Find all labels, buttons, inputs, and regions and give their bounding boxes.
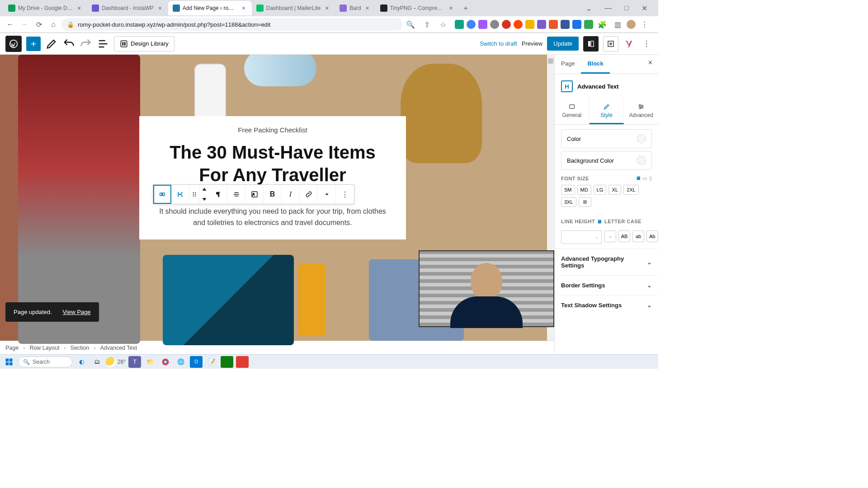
close-icon[interactable]: × bbox=[364, 5, 371, 12]
tab-tinypng[interactable]: TinyPNG – Compress WebP, PNG × bbox=[376, 1, 459, 15]
background-color-row[interactable]: Background Color bbox=[561, 151, 652, 170]
ext-icon[interactable] bbox=[514, 20, 523, 29]
extensions-icon[interactable]: 🧩 bbox=[596, 18, 609, 31]
select-parent-button[interactable] bbox=[153, 185, 171, 204]
redo-button[interactable] bbox=[80, 38, 92, 50]
text-color-row[interactable]: Color bbox=[561, 129, 652, 148]
update-button[interactable]: Update bbox=[547, 37, 579, 51]
accordion-shadow[interactable]: Text Shadow Settings ⌄ bbox=[555, 295, 658, 315]
edit-icon[interactable] bbox=[45, 38, 58, 50]
options-menu[interactable]: ⋮ bbox=[640, 38, 653, 50]
chrome-icon[interactable] bbox=[159, 356, 172, 368]
case-none[interactable]: - bbox=[604, 230, 616, 242]
home-button[interactable]: ⌂ bbox=[47, 18, 60, 31]
bookmark-icon[interactable]: ☆ bbox=[437, 18, 449, 31]
ext-icon[interactable] bbox=[537, 20, 546, 29]
subtab-advanced[interactable]: Advanced bbox=[624, 99, 658, 124]
size-xl[interactable]: XL bbox=[609, 185, 621, 195]
avatar[interactable] bbox=[627, 20, 636, 29]
kadence-panel-toggle[interactable] bbox=[603, 36, 618, 52]
bold-button[interactable]: B bbox=[264, 185, 282, 204]
align-button[interactable] bbox=[227, 185, 245, 204]
breadcrumb-item[interactable]: Row Layout bbox=[29, 345, 59, 351]
ext-icon[interactable] bbox=[502, 20, 511, 29]
breadcrumb-item[interactable]: Page bbox=[5, 345, 19, 351]
close-icon[interactable]: × bbox=[156, 5, 164, 12]
accordion-border[interactable]: Border Settings ⌄ bbox=[555, 275, 658, 295]
switch-to-draft-button[interactable]: Switch to draft bbox=[480, 40, 517, 47]
tab-page[interactable]: Page bbox=[555, 55, 581, 74]
link-button[interactable] bbox=[300, 185, 318, 204]
case-lower[interactable]: ab bbox=[632, 230, 644, 242]
size-2xl[interactable]: 2XL bbox=[623, 185, 639, 195]
mobile-icon[interactable]: ▯ bbox=[649, 175, 652, 181]
line-height-input[interactable]: - bbox=[561, 230, 602, 244]
notepad-icon[interactable]: 📝 bbox=[205, 356, 218, 368]
ext-icon[interactable] bbox=[525, 20, 534, 29]
edge-icon[interactable]: 🌐 bbox=[175, 356, 187, 368]
teams-icon[interactable]: T bbox=[128, 356, 141, 368]
ext-icon[interactable] bbox=[490, 20, 499, 29]
tab-wordpress[interactable]: Add New Page ‹ romy-pocket-d × bbox=[168, 1, 252, 15]
color-swatch[interactable] bbox=[637, 156, 646, 165]
ext-icon[interactable] bbox=[561, 20, 570, 29]
chevron-down-icon[interactable]: ⌄ bbox=[582, 2, 595, 14]
content-card[interactable]: Free Packing Checklist The 30 Must-Have … bbox=[139, 116, 406, 239]
case-upper[interactable]: AB bbox=[618, 230, 630, 242]
preview-button[interactable]: Preview bbox=[522, 40, 542, 47]
weather-widget[interactable]: 26° bbox=[106, 357, 126, 367]
ext-icon[interactable] bbox=[584, 20, 593, 29]
yoast-icon[interactable] bbox=[623, 38, 636, 50]
design-library-button[interactable]: Design Library bbox=[114, 36, 175, 52]
minimize-button[interactable]: — bbox=[601, 2, 615, 14]
breadcrumb-item[interactable]: Advanced Text bbox=[100, 345, 137, 351]
subtab-general[interactable]: General bbox=[555, 99, 590, 124]
reload-button[interactable]: ⟳ bbox=[33, 18, 45, 31]
forward-button[interactable]: → bbox=[18, 18, 31, 31]
tab-drive[interactable]: My Drive - Google Drive × bbox=[4, 1, 87, 15]
tablet-icon[interactable]: ▭ bbox=[642, 175, 647, 181]
taskbar-search[interactable]: 🔍 Search bbox=[18, 357, 72, 367]
eyebrow-text[interactable]: Free Packing Checklist bbox=[153, 126, 392, 134]
image-style-button[interactable] bbox=[245, 185, 264, 204]
undo-button[interactable] bbox=[62, 38, 75, 50]
close-icon[interactable]: × bbox=[240, 5, 247, 12]
copilot-icon[interactable]: ◐ bbox=[75, 356, 88, 368]
move-up-down[interactable] bbox=[199, 185, 209, 204]
camtasia-icon[interactable] bbox=[236, 356, 249, 368]
body-text[interactable]: It should include everything you need to… bbox=[153, 206, 392, 229]
add-block-button[interactable]: ＋ bbox=[26, 37, 41, 51]
size-md[interactable]: MD bbox=[577, 185, 591, 195]
list-view-button[interactable] bbox=[97, 38, 109, 50]
ext-icon[interactable] bbox=[455, 20, 464, 29]
maximize-button[interactable]: □ bbox=[621, 2, 632, 14]
ext-icon[interactable] bbox=[572, 20, 581, 29]
desktop-icon[interactable]: 🖥 bbox=[597, 219, 602, 224]
share-icon[interactable]: ⇧ bbox=[420, 18, 433, 31]
close-icon[interactable]: × bbox=[448, 5, 455, 12]
italic-button[interactable]: I bbox=[282, 185, 300, 204]
heading-text[interactable]: The 30 Must-Have Items For Any Traveller bbox=[153, 141, 392, 186]
ext-icon[interactable] bbox=[467, 20, 476, 29]
start-button[interactable] bbox=[3, 356, 15, 368]
more-formatting-dropdown[interactable] bbox=[318, 185, 336, 204]
url-input[interactable]: 🔒 romy-pocket-duro.instawp.xyz/wp-admin/… bbox=[61, 18, 402, 31]
accordion-typography[interactable]: Advanced Typography Settings ⌄ bbox=[555, 249, 658, 275]
scroll-up-arrow[interactable] bbox=[548, 58, 553, 64]
app-icon[interactable] bbox=[221, 356, 233, 368]
close-icon[interactable]: × bbox=[75, 5, 83, 12]
subtab-style[interactable]: Style bbox=[590, 99, 624, 124]
block-type-button[interactable] bbox=[171, 185, 189, 204]
wordpress-logo[interactable] bbox=[5, 36, 22, 52]
canvas[interactable]: Free Packing Checklist The 30 Must-Have … bbox=[0, 55, 554, 354]
paragraph-icon[interactable] bbox=[209, 185, 227, 204]
settings-panel-toggle[interactable] bbox=[583, 36, 599, 52]
size-sm[interactable]: SM bbox=[561, 185, 575, 195]
breadcrumb-item[interactable]: Section bbox=[71, 345, 90, 351]
side-panel-icon[interactable]: ▥ bbox=[611, 18, 624, 31]
close-button[interactable]: ✕ bbox=[638, 2, 651, 14]
color-swatch[interactable] bbox=[637, 134, 646, 143]
tab-instawp[interactable]: Dashboard - InstaWP × bbox=[87, 1, 168, 15]
more-options-button[interactable]: ⋮ bbox=[336, 185, 354, 204]
drag-handle[interactable] bbox=[189, 185, 199, 204]
